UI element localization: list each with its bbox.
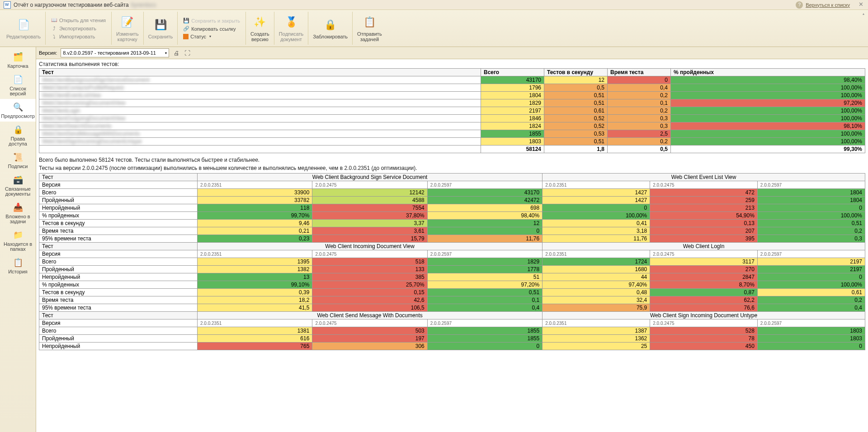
close-button[interactable]: ✕ — [857, 1, 864, 9]
nav-history[interactable]: 📋История — [0, 254, 36, 277]
versions-icon: 📄 — [12, 74, 24, 85]
open-read-button[interactable]: 📖Открыть для чтения — [50, 17, 107, 24]
stat-table: Тест Всего Тестов в секунду Время теста … — [39, 68, 865, 153]
help-icon[interactable]: ? — [796, 1, 803, 9]
ribbon-lock-group: 🔒 Заблокировать — [308, 12, 353, 45]
table-row: Непройденный13385514428470 — [39, 273, 865, 281]
table-row: 95% времени теста41,5106,50,475,976,60,4 — [39, 304, 865, 312]
table-row: 95% времени теста0,2315,7911,7611,763950… — [39, 235, 865, 243]
compare-table: ТестWeb Client Background Sign Service D… — [39, 173, 865, 350]
stat-col-pass: % пройденных — [671, 69, 865, 76]
nav-infolders[interactable]: 📁Находится в папках — [0, 227, 36, 254]
print-button[interactable]: 🖨 — [173, 49, 180, 56]
ribbon-misc-ops: 💾Сохранить и закрыть 🔗Копировать ссылку … — [178, 12, 246, 45]
ribbon: ▴ 📄 Редактировать 📖Открыть для чтения ⤴Э… — [0, 10, 868, 47]
table-row: Непройденный7653060254500 — [39, 343, 865, 350]
ribbon-collapse-icon[interactable]: ▴ — [863, 12, 864, 16]
table-row: % пройденных99,70%37,80%98,40%100,00%54,… — [39, 212, 865, 220]
ribbon-edit-label: Редактировать — [6, 34, 41, 39]
status-color-icon — [183, 34, 189, 39]
version-label: Версия: — [39, 50, 57, 56]
stat-col-test: Тест — [39, 69, 481, 76]
save-close-button[interactable]: 💾Сохранить и закрыть — [182, 17, 241, 24]
edit-icon[interactable]: 📄 — [16, 18, 31, 32]
table-row: Пройденный1382133177816802702197 — [39, 266, 865, 273]
preview-icon: 🔍 — [12, 102, 24, 113]
nav-preview[interactable]: 🔍Предпросмотр — [0, 99, 36, 122]
table-row: Время теста0,213,6103,182070,2 — [39, 227, 865, 235]
open-icon: 📖 — [51, 17, 57, 23]
window-title: Отчёт о нагрузочном тестировании веб-сай… — [14, 2, 796, 8]
ribbon-save-label: Сохранить — [148, 34, 173, 39]
table-row: Всего1381503185513875281803 — [39, 327, 865, 335]
ribbon-sendtask-label: Отправить задачей — [357, 31, 382, 42]
word-doc-icon — [4, 1, 11, 9]
stat-col-total: Всего — [481, 69, 544, 76]
ribbon-edit-group: 📄 Редактировать — [2, 12, 46, 45]
export-button[interactable]: ⤴Экспортировать — [50, 25, 97, 32]
stat-col-time: Время теста — [608, 69, 671, 76]
table-row: WebClientBackgroundSignServiceDocument 4… — [39, 76, 865, 84]
create-version-icon[interactable]: ✨ — [253, 15, 267, 29]
ribbon-sign-label: Подписать документ — [279, 31, 303, 42]
stat-title: Статистика выполнения тестов: — [36, 59, 868, 68]
nav-linked[interactable]: 🗃️Связанные документы — [0, 172, 36, 199]
chevron-down-icon: ▾ — [209, 34, 211, 38]
nav-versions[interactable]: 📄Список версий — [0, 71, 36, 99]
fit-button[interactable]: ⛶ — [184, 49, 191, 56]
save-close-icon: 💾 — [183, 18, 189, 24]
nav-card[interactable]: 🗂️Карточка — [0, 49, 36, 71]
chevron-down-icon: ▾ — [165, 51, 167, 55]
back-to-list-link[interactable]: Вернуться к списку — [806, 2, 850, 8]
ribbon-task-group: 📋 Отправить задачей — [353, 12, 387, 45]
table-row: Непройденный118755469802130 — [39, 204, 865, 212]
table-row: Всего33900121424317014274721804 — [39, 189, 865, 197]
table-row: Тестов в секунду0,390,150,510,480,870,61 — [39, 289, 865, 296]
table-row: % пройденных99,10%25,70%97,20%97,40%8,70… — [39, 281, 865, 289]
table-row: Тестов в секунду9,463,37120,410,130,51 — [39, 220, 865, 227]
nav-signatures[interactable]: 📜Подписи — [0, 149, 36, 172]
version-bar: Версия: 8.v2.0.0.2597 - тестирования 201… — [36, 47, 868, 59]
table-total-row: 581241,80,599,30% — [39, 146, 865, 153]
table-row: Всего13955181829172431172197 — [39, 258, 865, 266]
sign-icon[interactable]: 🏅 — [284, 15, 298, 29]
table-row: Время теста18,242,60,132,462,20,2 — [39, 296, 865, 304]
signature-icon: 📜 — [12, 152, 24, 163]
table-row: Пройденный3378245884247214272591804 — [39, 197, 865, 204]
status-dropdown[interactable]: Статус▾ — [182, 33, 212, 40]
table-row: WebClientIncomingDocumentView 1829 0,51 … — [39, 99, 865, 107]
content-area: Версия: 8.v2.0.0.2597 - тестирования 201… — [36, 47, 868, 432]
lock-icon[interactable]: 🔒 — [323, 18, 338, 32]
table-row: WebClientLogin 2197 0,61 0,2 100,00% — [39, 107, 865, 115]
note-2: Тесты на версии 2.0.0.2475 (после оптими… — [36, 165, 868, 173]
send-task-icon[interactable]: 📋 — [362, 15, 377, 29]
import-icon: ⤵ — [51, 33, 57, 40]
version-select[interactable]: 8.v2.0.0.2597 - тестирования 2013-09-11▾ — [61, 48, 169, 57]
link-icon: 🔗 — [183, 26, 189, 32]
table-row: WebClientContactsProfileRequest 1796 0,5… — [39, 84, 865, 92]
ribbon-file-ops: 📖Открыть для чтения ⤴Экспортировать ⤵Имп… — [46, 12, 112, 45]
lock-nav-icon: 🔒 — [12, 124, 24, 135]
intasks-icon: 📥 — [12, 202, 24, 213]
table-row: Пройденный61619718551362781803 — [39, 335, 865, 343]
table-row: WebClientSignIncomingDocumentUntype 1803… — [39, 138, 865, 146]
infolders-icon: 📁 — [12, 230, 24, 240]
nav-access[interactable]: 🔒Права доступа — [0, 122, 36, 149]
title-bar: Отчёт о нагрузочном тестировании веб-сай… — [0, 0, 868, 10]
ribbon-card-group: 📝 Изменить карточку — [112, 12, 144, 45]
ribbon-save-group: 💾 Сохранить — [144, 12, 178, 45]
import-button[interactable]: ⤵Импортировать — [50, 33, 96, 40]
copy-link-button[interactable]: 🔗Копировать ссылку — [182, 25, 236, 33]
save-icon[interactable]: 💾 — [153, 18, 168, 32]
note-1: Всего было выполнено 58124 тестов. Тесты… — [36, 155, 868, 165]
table-row: WebClientOutgoingDocumentView 1846 0,52 … — [39, 115, 865, 122]
left-nav: 🗂️Карточка 📄Список версий 🔍Предпросмотр … — [0, 47, 36, 432]
ribbon-lock-label: Заблокировать — [313, 34, 348, 39]
edit-card-icon[interactable]: 📝 — [120, 15, 135, 29]
ribbon-sign-group: 🏅 Подписать документ — [274, 12, 308, 45]
export-icon: ⤴ — [51, 25, 57, 32]
table-row: WebClientSendMessageWithDocuments 1855 0… — [39, 130, 865, 138]
nav-intasks[interactable]: 📥Вложено в задачи — [0, 199, 36, 227]
ribbon-editcard-label: Изменить карточку — [116, 31, 139, 42]
ribbon-createversion-label: Создать версию — [250, 31, 269, 42]
